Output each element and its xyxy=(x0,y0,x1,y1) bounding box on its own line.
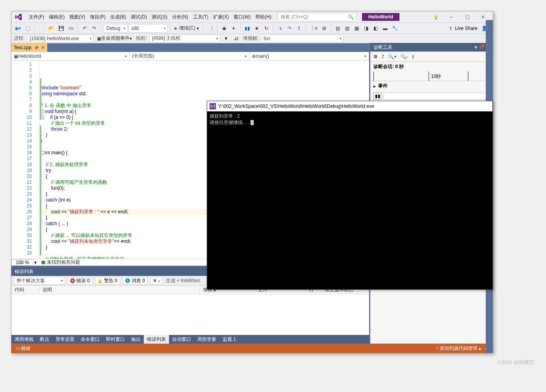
menu-item[interactable]: 视图(V) xyxy=(67,13,87,21)
events-track xyxy=(384,92,490,100)
notifications-icon[interactable]: 💡 xyxy=(429,13,442,21)
main-toolbar: ◉▾ ◯ 📄 📂 💾 🗃 ↶ ↷ Debug x86 ▶ 继续(C) ▾ 📑 ◉… xyxy=(11,22,493,33)
minimize-button[interactable]: ─ xyxy=(445,13,458,21)
close-tab-icon[interactable]: ✕ xyxy=(41,45,45,50)
console-output: 捕获到异常 : 2 请按任意键继续. . . xyxy=(207,111,492,289)
continue-button[interactable]: ▶ 继续(C) ▾ xyxy=(173,24,200,33)
zoom-in-icon[interactable]: 🔍+ xyxy=(388,54,397,59)
menu-item[interactable]: 工具(T) xyxy=(191,13,211,21)
outline-margin xyxy=(33,61,40,259)
code-filter[interactable]: ✕y xyxy=(150,277,163,285)
step-into-button[interactable]: ↴ xyxy=(276,24,284,33)
diag-events-row[interactable]: ▸事件 xyxy=(370,81,493,91)
bottom-tab[interactable]: 命令窗口 xyxy=(78,335,103,344)
bottom-tab[interactable]: 局部变量 xyxy=(194,335,219,344)
thread-combo[interactable]: [4588] 主线程 xyxy=(149,35,220,43)
zoom-combo[interactable]: 100 % xyxy=(11,259,33,266)
tick-label: 10秒 xyxy=(431,73,441,80)
nav-fwd-button[interactable]: ◯ xyxy=(23,24,32,33)
status-ready: 就绪 xyxy=(21,345,30,352)
search-icon: 🔍 xyxy=(348,14,354,20)
build-filter[interactable]: 生成 + IntelliSen xyxy=(165,277,201,284)
zoom-out-icon[interactable]: 🔍- xyxy=(401,54,408,59)
nav-func-combo[interactable]: ⊕ main() xyxy=(249,52,369,60)
console-titlebar[interactable]: C:\ Y:\002_WorkSpace\002_VS\HelloWorld\H… xyxy=(207,101,492,111)
tool-btn-f[interactable]: ◨ xyxy=(362,24,371,33)
nav-dropdowns: ▣ HelloWorld (全局范围) ⊕ main() xyxy=(11,52,369,61)
menu-item[interactable]: 分析(N) xyxy=(170,13,191,21)
nav-scope-combo[interactable]: (全局范围) xyxy=(130,52,249,60)
nav-project-combo[interactable]: ▣ HelloWorld xyxy=(11,52,130,60)
save-button[interactable]: 💾 xyxy=(57,24,66,33)
quick-search-input[interactable]: 搜索 (Ctrl+Q)🔍 xyxy=(278,13,357,21)
new-item-button[interactable]: 📄 xyxy=(37,24,46,33)
messages-filter[interactable]: i消息 0 xyxy=(123,277,148,285)
diag-tool-5[interactable]: ⫴ xyxy=(412,54,414,59)
process-combo[interactable]: [15836] HelloWorld.exe xyxy=(27,35,94,43)
error-grid[interactable]: 代码说明项目 ▴文件行禁止显示状态 xyxy=(11,285,369,335)
platform-combo[interactable]: x86 xyxy=(128,24,168,33)
nav-back-button[interactable]: ◉▾ xyxy=(13,24,22,33)
bottom-tab-strip: 调用堆栈断点异常设置命令窗口即时窗口输出错误列表自动窗口局部变量监视 1 xyxy=(11,335,369,344)
save-all-button[interactable]: 🗃 xyxy=(67,24,75,33)
menu-item[interactable]: 帮助(H) xyxy=(253,13,274,21)
maximize-button[interactable]: ▢ xyxy=(461,13,474,21)
tool-btn-a[interactable]: ⋮≡ xyxy=(308,24,319,33)
gear-icon[interactable]: ⚙ xyxy=(373,54,378,59)
bottom-tab[interactable]: 即时窗口 xyxy=(103,335,128,344)
lifecycle-button[interactable]: ▣ 生命周期事件 ▾ xyxy=(95,34,134,43)
bottom-tab[interactable]: 错误列表 xyxy=(144,335,169,344)
step-over-button[interactable]: ↷ xyxy=(285,24,294,33)
diag-timeline[interactable]: 10秒 xyxy=(370,72,493,81)
thread-label: 线程: xyxy=(135,35,147,42)
menu-item[interactable]: 编辑(E) xyxy=(46,13,67,21)
tool-btn-b[interactable]: ⊞ xyxy=(320,24,329,33)
pause-debug-button[interactable]: ▮▮ xyxy=(243,24,252,33)
menu-item[interactable]: 文件(F) xyxy=(26,13,46,21)
pause-events-icon[interactable]: ▮▮ xyxy=(373,92,382,100)
bottom-tab[interactable]: 异常设置 xyxy=(52,335,78,344)
undo-button[interactable]: ↶ xyxy=(80,24,89,33)
diag-title: 诊断工具 ▾ 📌 ✕ xyxy=(370,43,493,52)
bottom-tab[interactable]: 断点 xyxy=(37,335,52,344)
live-share-button[interactable]: Live Share xyxy=(455,26,477,31)
tool-btn-2[interactable]: ◉ xyxy=(220,24,228,33)
error-scope-combo[interactable]: 整个解决方案 xyxy=(14,277,65,285)
redo-button[interactable]: ↷ xyxy=(90,24,98,33)
menu-item[interactable]: 测试(S) xyxy=(149,13,170,21)
bottom-tab[interactable]: 监视 1 xyxy=(219,335,239,344)
thread-btn-2[interactable]: ⇄ xyxy=(232,34,241,43)
tool-btn-1[interactable]: 📑 xyxy=(206,24,215,33)
stackframe-combo[interactable]: fun xyxy=(261,35,344,43)
open-button[interactable]: 📂 xyxy=(47,24,56,33)
menu-item[interactable]: 调试(D) xyxy=(128,13,149,21)
tool-btn-3[interactable]: ▾ xyxy=(229,24,238,33)
errors-filter[interactable]: ✕错误 0 xyxy=(67,277,93,285)
tool-btn-i[interactable]: 🔧 xyxy=(390,24,399,33)
menu-item[interactable]: 窗口(W) xyxy=(231,13,253,21)
step-out-button[interactable]: ↥ xyxy=(295,24,303,33)
file-tab[interactable]: Test.cpp 📌 ✕ xyxy=(11,43,47,52)
menu-item[interactable]: 生成(B) xyxy=(108,13,128,21)
diag-tool-2[interactable]: ⤴ xyxy=(382,54,384,59)
menu-item[interactable]: 项目(P) xyxy=(87,13,108,21)
pin-icon[interactable]: 📌 xyxy=(34,46,39,50)
file-tab-label: Test.cpp xyxy=(14,45,32,50)
config-combo[interactable]: Debug xyxy=(104,24,128,33)
bottom-tab[interactable]: 输出 xyxy=(128,335,144,344)
tool-btn-g[interactable]: ◧ xyxy=(371,24,380,33)
bottom-tab[interactable]: 调用堆栈 xyxy=(11,335,37,344)
tool-btn-h[interactable]: ▬ xyxy=(381,24,390,33)
stop-debug-button[interactable]: ■ xyxy=(253,24,261,33)
source-control-button[interactable]: ↑ 添加到源代码管理 ▴ xyxy=(436,345,481,352)
issue-indicator[interactable]: 未找到相关问题 xyxy=(41,259,80,266)
menu-item[interactable]: 扩展(X) xyxy=(211,13,231,21)
thread-btn-1[interactable]: ▼ xyxy=(222,34,230,43)
bottom-tab[interactable]: 自动窗口 xyxy=(169,335,194,344)
console-icon: C:\ xyxy=(210,103,216,109)
tool-btn-d[interactable]: ▥ xyxy=(343,24,352,33)
tool-btn-c[interactable]: ▤ xyxy=(334,24,342,33)
tool-btn-e[interactable]: ▦ xyxy=(353,24,361,33)
warnings-filter[interactable]: 警告 0 xyxy=(95,277,120,285)
restart-debug-button[interactable]: ↻ xyxy=(262,24,271,33)
